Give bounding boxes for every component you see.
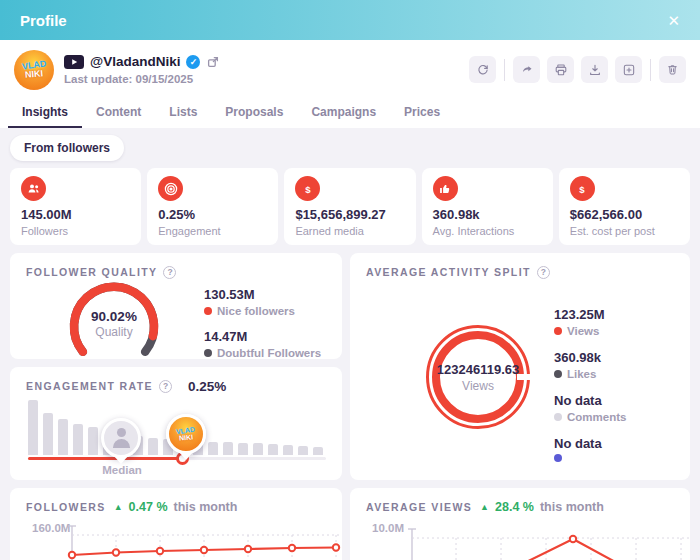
legend-value: 14.47M (204, 329, 321, 344)
thumb-up-icon (433, 176, 458, 201)
external-link-icon[interactable] (206, 55, 220, 69)
tab-campaigns[interactable]: Campaigns (311, 98, 376, 128)
stat-card-followers: 145.00M Followers (10, 168, 141, 245)
stat-card-avg-interactions: 360.98k Avg. Interactions (422, 168, 553, 245)
legend-value: No data (554, 436, 626, 451)
toolbar-divider (650, 59, 651, 81)
print-button[interactable] (547, 56, 574, 83)
refresh-button[interactable] (469, 56, 496, 83)
panel-average-activity-split: AVERAGE ACTIVITY SPLIT ? 123246119.63 Vi… (350, 253, 690, 480)
histogram-bar (298, 446, 308, 455)
profile-modal: Profile ✕ VLAD NIKI @VladandNiki ✓ Last … (0, 0, 700, 560)
stat-value: 145.00M (21, 207, 130, 222)
panel-title: AVERAGE VIEWS (366, 501, 472, 513)
verified-badge-icon: ✓ (186, 55, 200, 69)
profile-handle: @VladandNiki (90, 54, 180, 69)
profile-bar: VLAD NIKI @VladandNiki ✓ Last update: 09… (0, 40, 700, 98)
stat-card-engagement: 0.25% Engagement (147, 168, 278, 245)
legend-label: Nice followers (217, 305, 295, 317)
stat-label: Followers (21, 225, 130, 237)
toolbar (469, 56, 686, 83)
help-icon[interactable]: ? (163, 266, 176, 279)
filter-chip-from-followers[interactable]: From followers (10, 135, 124, 161)
panel-title: AVERAGE ACTIVITY SPLIT (366, 266, 531, 278)
share-button[interactable] (513, 56, 540, 83)
legend-label: Doubtful Followers (217, 347, 321, 359)
legend-item-comments: No data Comments (554, 393, 626, 423)
donut-center-value: 123246119.63 (437, 362, 519, 377)
download-button[interactable] (581, 56, 608, 83)
followers-line-chart: 160.0M (26, 518, 326, 560)
engagement-target-icon (158, 176, 183, 201)
median-label: Median (96, 464, 148, 476)
histogram-bar (253, 443, 263, 455)
legend-item-views: 123.25M Views (554, 307, 626, 337)
histogram-bar (268, 444, 278, 455)
profile-position-pin[interactable]: VLAD NIKI (166, 414, 206, 454)
engagement-histogram: VLAD NIKI Median (26, 397, 326, 477)
svg-text:$: $ (580, 183, 586, 194)
legend-dot (204, 307, 212, 315)
toolbar-divider (504, 59, 505, 81)
tab-proposals[interactable]: Proposals (225, 98, 283, 128)
help-icon[interactable]: ? (537, 266, 550, 279)
stat-label: Earned media (295, 225, 404, 237)
median-pin[interactable] (101, 418, 141, 458)
modal-title: Profile (20, 12, 67, 29)
legend-dot (204, 349, 212, 357)
legend-dot (554, 370, 562, 378)
gauge-value: 90.02% (54, 309, 174, 324)
panel-engagement-rate: ENGAGEMENT RATE ? 0.25% (10, 367, 342, 480)
histogram-bar (43, 413, 53, 455)
tab-lists[interactable]: Lists (169, 98, 197, 128)
stat-label: Engagement (158, 225, 267, 237)
tab-insights[interactable]: Insights (22, 98, 68, 128)
avatar-text: NIKI (25, 69, 44, 80)
followers-icon (21, 176, 46, 201)
quality-gauge: 90.02% Quality (54, 281, 174, 359)
legend-item-doubtful-followers: 14.47M Doubtful Followers (204, 329, 321, 359)
legend-item-shares: No data (554, 436, 626, 462)
stat-card-earned-media: $ $15,656,899.27 Earned media (284, 168, 415, 245)
stat-label: Avg. Interactions (433, 225, 542, 237)
histogram-bar (283, 445, 293, 455)
add-to-list-button[interactable] (615, 56, 642, 83)
panel-follower-quality: FOLLOWER QUALITY ? 90.02% Quality (10, 253, 342, 359)
svg-text:$: $ (305, 183, 311, 194)
donut-center-label: Views (462, 379, 494, 393)
avatar: VLAD NIKI (14, 50, 54, 90)
engagement-track (28, 457, 326, 460)
change-period: this month (540, 500, 604, 514)
stat-value: $15,656,899.27 (295, 207, 404, 222)
histogram-bar (313, 447, 323, 455)
legend-dot (554, 454, 562, 462)
follower-quality-legend: 130.53M Nice followers 14.47M Doubtful F… (204, 281, 321, 359)
tab-content[interactable]: Content (96, 98, 141, 128)
activity-split-legend: 123.25M Views 360.98k Likes No data Comm… (554, 307, 626, 475)
stats-row: 145.00M Followers 0.25% Engagement $ $15… (10, 168, 690, 245)
legend-value: No data (554, 393, 626, 408)
histogram-bar (223, 442, 233, 455)
engagement-track-filled (28, 457, 180, 460)
youtube-icon (64, 55, 84, 69)
panel-title: FOLLOWER QUALITY (26, 266, 157, 278)
panel-title: ENGAGEMENT RATE (26, 380, 153, 392)
modal-header: Profile ✕ (0, 0, 700, 40)
gauge-label: Quality (54, 325, 174, 339)
delete-button[interactable] (659, 56, 686, 83)
trend-up-icon: ▲ (480, 502, 489, 512)
close-icon[interactable]: ✕ (667, 13, 680, 28)
legend-value: 130.53M (204, 287, 321, 302)
histogram-bar (28, 400, 38, 455)
activity-split-donut: 123246119.63 Views (426, 325, 530, 429)
legend-dot (554, 413, 562, 421)
help-icon[interactable]: ? (159, 380, 172, 393)
panel-average-views-chart: AVERAGE VIEWS ▲ 28.4 % this month 10.0M (350, 488, 690, 560)
legend-value: 360.98k (554, 350, 626, 365)
panel-title: FOLLOWERS (26, 501, 106, 513)
histogram-bar (88, 427, 98, 455)
tab-prices[interactable]: Prices (404, 98, 440, 128)
average-views-line-chart: 10.0M (366, 518, 674, 560)
histogram-bar (208, 442, 218, 455)
stat-card-est-cost: $ $662,566.00 Est. cost per post (559, 168, 690, 245)
